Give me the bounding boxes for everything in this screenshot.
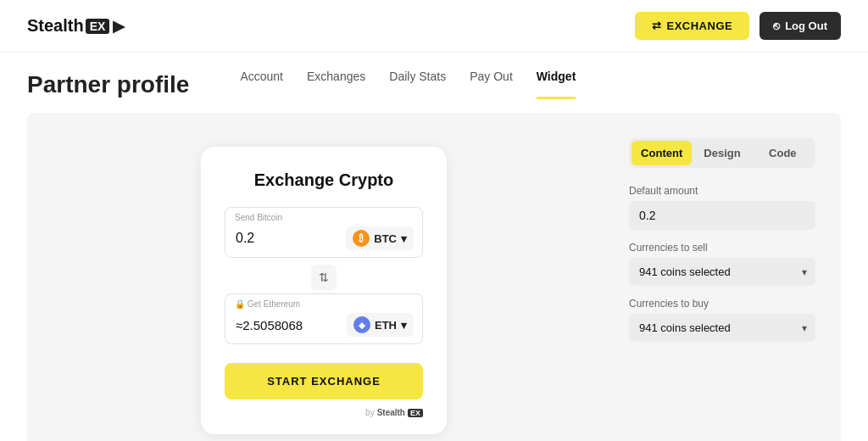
get-label: 🔒 Get Ethereum [235,299,300,309]
start-exchange-button[interactable]: START EXCHANGE [225,363,423,399]
tab-daily-stats[interactable]: Daily Stats [389,70,446,99]
widget-card: Exchange Crypto Send Bitcoin 0.2 ₿ BTC ▾ [201,147,447,434]
send-label: Send Bitcoin [235,213,282,222]
currencies-to-buy-select[interactable]: 941 coins selected [629,314,815,342]
logo-ex-badge: EX [86,19,110,34]
panel-tab-design[interactable]: Design [692,141,752,165]
logout-icon: ⎋ [773,20,780,32]
currencies-to-sell-wrap: 941 coins selected ▾ [629,258,815,286]
panel-tab-content[interactable]: Content [632,141,692,165]
powered-by: by Stealth EX [225,408,423,417]
header: Stealth EX ▶ ⇄ EXCHANGE ⎋ Log Out [0,0,868,53]
tab-account[interactable]: Account [240,70,283,99]
tab-pay-out[interactable]: Pay Out [470,70,513,99]
lock-icon: 🔒 [235,299,245,309]
currencies-to-buy-wrap: 941 coins selected ▾ [629,314,815,342]
send-value: 0.2 [236,231,254,246]
currencies-to-sell-select[interactable]: 941 coins selected [629,258,815,286]
send-coin-chevron: ▾ [401,232,407,245]
nav-tabs: Account Exchanges Daily Stats Pay Out Wi… [240,70,576,99]
get-value: ≈2.5058068 [236,318,303,332]
eth-icon: ◆ [353,316,370,333]
right-panel: Content Design Code Default amount Curre… [629,138,815,434]
default-amount-label: Default amount [629,185,815,197]
currencies-to-buy-label: Currencies to buy [629,298,815,310]
exchange-button[interactable]: ⇄ EXCHANGE [635,12,749,40]
widget-title: Exchange Crypto [225,170,423,190]
powered-by-text: by [365,408,375,417]
swap-icon-wrap: ⇅ [225,265,423,290]
logo-stealth-text: Stealth [27,16,84,36]
tab-widget[interactable]: Widget [537,70,576,99]
header-actions: ⇄ EXCHANGE ⎋ Log Out [635,12,841,40]
get-field-wrap: 🔒 Get Ethereum ≈2.5058068 ◆ ETH ▾ [225,293,423,344]
panel-tab-group: Content Design Code [629,138,815,168]
widget-preview-wrap: Exchange Crypto Send Bitcoin 0.2 ₿ BTC ▾ [53,138,595,434]
tab-exchanges[interactable]: Exchanges [307,70,365,99]
page-header: Partner profile Account Exchanges Daily … [0,53,868,99]
get-coin-label: ETH [375,319,397,332]
page-title: Partner profile [27,71,189,98]
powered-by-stealth: Stealth [377,408,405,417]
logo-arrow-icon: ▶ [113,17,125,36]
currencies-to-sell-label: Currencies to sell [629,242,815,254]
exchange-icon: ⇄ [652,20,662,32]
get-input-group: 🔒 Get Ethereum ≈2.5058068 ◆ ETH ▾ [225,293,423,344]
default-amount-input[interactable] [629,201,815,230]
logo: Stealth EX ▶ [27,16,125,36]
panel-tab-code[interactable]: Code [753,141,813,165]
btc-icon: ₿ [353,230,370,247]
send-field-wrap: Send Bitcoin 0.2 ₿ BTC ▾ [225,207,423,258]
send-coin-badge[interactable]: ₿ BTC ▾ [346,226,414,250]
main-content: Exchange Crypto Send Bitcoin 0.2 ₿ BTC ▾ [27,113,841,441]
send-coin-label: BTC [374,232,397,245]
powered-by-ex: EX [408,409,423,417]
swap-button[interactable]: ⇅ [311,265,337,290]
get-coin-badge[interactable]: ◆ ETH ▾ [347,313,414,337]
send-input-group: Send Bitcoin 0.2 ₿ BTC ▾ [225,207,423,258]
get-coin-chevron: ▾ [401,319,407,332]
logout-button[interactable]: ⎋ Log Out [760,12,841,40]
